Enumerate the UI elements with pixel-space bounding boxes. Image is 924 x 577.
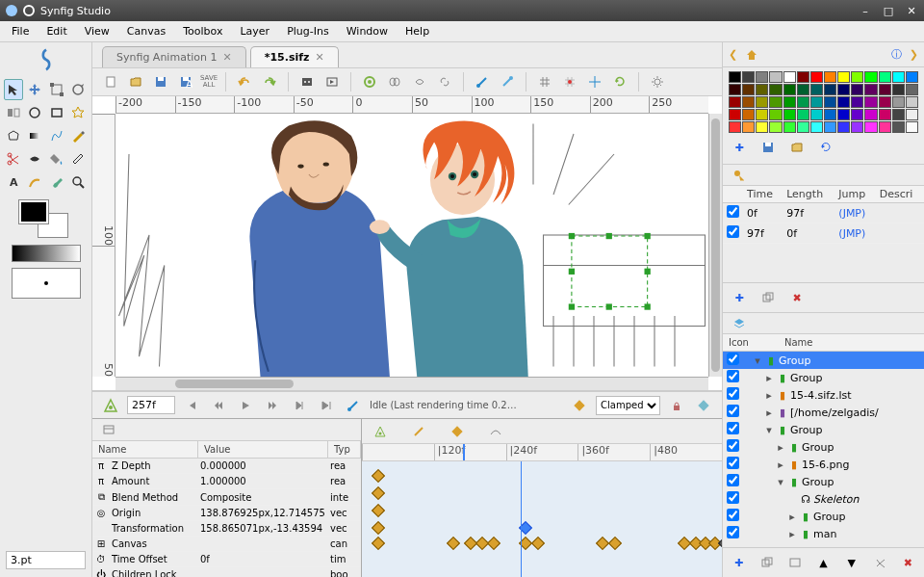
layer-down-icon[interactable]: ▼ bbox=[841, 552, 861, 573]
expand-icon[interactable]: ▸ bbox=[786, 528, 798, 540]
layer-row[interactable]: ▾ ▮ Group bbox=[723, 352, 924, 369]
menu-help[interactable]: Help bbox=[398, 22, 437, 40]
layer-visible-checkbox[interactable] bbox=[727, 370, 739, 382]
kf-col-jump[interactable]: Jump bbox=[834, 186, 875, 203]
palette-cell[interactable] bbox=[810, 96, 823, 108]
palette-cell[interactable] bbox=[783, 96, 796, 108]
layer-visible-checkbox[interactable] bbox=[727, 491, 739, 504]
bone-tool-icon[interactable] bbox=[472, 71, 493, 92]
undo-icon[interactable] bbox=[234, 71, 255, 92]
palette-cell[interactable] bbox=[797, 121, 809, 133]
layer-row[interactable]: ▸ ▮ 15-4.sifz.lst bbox=[723, 386, 924, 404]
pal-add-icon[interactable]: ✚ bbox=[729, 137, 750, 158]
nav-next-icon[interactable]: ❯ bbox=[910, 48, 918, 61]
layer-visible-checkbox[interactable] bbox=[727, 422, 739, 434]
onion-toggle-icon[interactable] bbox=[384, 71, 405, 92]
expand-icon[interactable]: ▸ bbox=[763, 372, 775, 384]
param-value[interactable]: 1.000000 bbox=[198, 474, 328, 488]
kf-col-chk[interactable] bbox=[723, 186, 743, 203]
lock-kf-icon[interactable] bbox=[666, 395, 687, 416]
palette-cell[interactable] bbox=[729, 109, 741, 120]
palette-cell[interactable] bbox=[756, 84, 768, 95]
minimize-button[interactable]: – bbox=[859, 4, 872, 17]
mirror-tool[interactable] bbox=[4, 102, 23, 123]
save-as-icon[interactable]: A bbox=[175, 71, 196, 92]
close-button[interactable]: ✕ bbox=[905, 4, 918, 17]
palette-cell[interactable] bbox=[756, 109, 768, 120]
width-tool[interactable] bbox=[25, 148, 44, 170]
palette-cell[interactable] bbox=[851, 121, 863, 133]
timeline-ruler[interactable]: |120f |240f |360f |480 bbox=[362, 444, 722, 461]
palette-cell[interactable] bbox=[906, 84, 918, 95]
tl-curve-icon[interactable] bbox=[485, 421, 506, 442]
layer-cut-icon[interactable] bbox=[869, 552, 889, 573]
palette-cell[interactable] bbox=[851, 96, 863, 108]
param-row[interactable]: ⊞ Canvas can bbox=[92, 537, 361, 552]
info-icon[interactable]: ⓘ bbox=[891, 47, 902, 62]
outline-swatch[interactable] bbox=[12, 268, 81, 299]
circle-tool[interactable] bbox=[25, 102, 44, 123]
params-tab-icon[interactable] bbox=[98, 419, 119, 440]
palette-cell[interactable] bbox=[892, 121, 905, 133]
layer-row[interactable]: ▾ ▮ Group bbox=[723, 421, 924, 438]
palette-cell[interactable] bbox=[797, 109, 809, 120]
layers-col-name[interactable]: Name bbox=[779, 334, 819, 351]
pt-input[interactable] bbox=[6, 551, 86, 569]
param-row[interactable]: π Z Depth 0.000000 rea bbox=[92, 459, 361, 474]
palette-cell[interactable] bbox=[797, 96, 809, 108]
palette-cell[interactable] bbox=[851, 109, 863, 120]
kf-checkbox[interactable] bbox=[727, 205, 739, 218]
nav-home-icon[interactable] bbox=[745, 48, 758, 62]
gradient-tool[interactable] bbox=[25, 125, 44, 146]
palette-cell[interactable] bbox=[864, 121, 877, 133]
palette-cell[interactable] bbox=[769, 121, 782, 133]
menu-plugins[interactable]: Plug-Ins bbox=[279, 22, 337, 40]
tl-bone-icon[interactable] bbox=[408, 421, 429, 442]
close-icon[interactable]: ✕ bbox=[315, 51, 323, 64]
tab-15-sifz[interactable]: *15.sifz✕ bbox=[250, 46, 339, 67]
palette-cell[interactable] bbox=[906, 121, 918, 133]
param-row[interactable]: ◎ Origin 138.876925px,12.714575 vec bbox=[92, 506, 361, 521]
kf-checkbox[interactable] bbox=[727, 225, 739, 238]
param-row[interactable]: ⧉ Blend Method Composite inte bbox=[92, 489, 361, 506]
save-all-icon[interactable]: SAVEALL bbox=[200, 71, 218, 92]
palette-cell[interactable] bbox=[742, 71, 755, 83]
seek-next-kf-icon[interactable] bbox=[262, 395, 283, 416]
palette-cell[interactable] bbox=[837, 71, 850, 83]
palette-cell[interactable] bbox=[864, 71, 877, 83]
refresh-icon[interactable] bbox=[609, 71, 630, 92]
h-scrollbar[interactable] bbox=[116, 377, 708, 390]
palette-cell[interactable] bbox=[906, 71, 918, 83]
params-col-value[interactable]: Value bbox=[198, 441, 328, 458]
play-icon[interactable] bbox=[235, 395, 256, 416]
palette-cell[interactable] bbox=[824, 121, 836, 133]
layer-visible-checkbox[interactable] bbox=[727, 387, 739, 400]
expand-icon[interactable]: ▾ bbox=[763, 424, 775, 436]
palette-cell[interactable] bbox=[810, 84, 823, 95]
palette-cell[interactable] bbox=[729, 121, 741, 133]
open-icon[interactable] bbox=[125, 71, 146, 92]
eyedrop-tool[interactable] bbox=[68, 148, 88, 170]
kf-del-icon[interactable]: ✖ bbox=[786, 287, 808, 308]
layer-group-icon[interactable] bbox=[785, 552, 806, 573]
smooth-move-tool[interactable] bbox=[25, 79, 44, 100]
draw-tool[interactable] bbox=[68, 125, 88, 146]
layers-col-icon[interactable]: Icon bbox=[723, 334, 779, 351]
palette-cell[interactable] bbox=[756, 71, 768, 83]
palette-cell[interactable] bbox=[742, 84, 755, 95]
close-icon[interactable]: ✕ bbox=[222, 51, 231, 64]
layer-up-icon[interactable]: ▲ bbox=[813, 552, 834, 573]
text-tool[interactable]: A bbox=[4, 171, 23, 193]
grid-snap-icon[interactable] bbox=[559, 71, 580, 92]
pal-reset-icon[interactable] bbox=[815, 137, 836, 158]
seek-next-frame-icon[interactable] bbox=[289, 395, 310, 416]
palette-cell[interactable] bbox=[742, 96, 755, 108]
layer-visible-checkbox[interactable] bbox=[727, 405, 739, 417]
palette-cell[interactable] bbox=[769, 109, 782, 120]
nav-prev-icon[interactable]: ❮ bbox=[729, 48, 737, 61]
layer-row[interactable]: ☊ Skeleton bbox=[723, 490, 924, 508]
seek-prev-kf-icon[interactable] bbox=[208, 395, 229, 416]
menu-canvas[interactable]: Canvas bbox=[119, 22, 173, 40]
palette-cell[interactable] bbox=[824, 71, 836, 83]
sketch-tool[interactable] bbox=[25, 171, 44, 193]
